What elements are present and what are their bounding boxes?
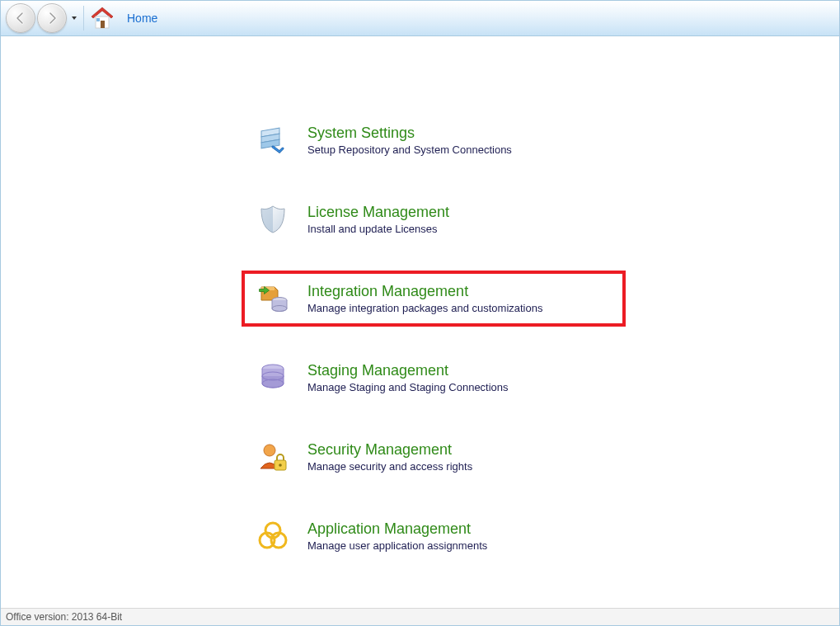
status-office-version: Office version: 2013 64-Bit [6, 611, 122, 623]
server-settings-icon [256, 124, 289, 157]
menu-item-text: License Management Install and update Li… [307, 204, 449, 236]
forward-button[interactable] [37, 3, 67, 33]
svg-point-15 [264, 445, 275, 456]
menu-item-text: Security Management Manage security and … [307, 441, 472, 473]
arrow-left-icon [14, 12, 27, 25]
app-window: Home System Se [0, 0, 840, 626]
menu-item-title: Staging Management [307, 362, 509, 380]
menu-item-desc: Manage Staging and Staging Connections [307, 381, 509, 393]
menu-item-application-management[interactable]: Application Management Manage user appli… [248, 515, 619, 558]
menu-item-text: Integration Management Manage integratio… [307, 283, 542, 315]
menu-item-text: Staging Management Manage Staging and St… [307, 362, 509, 394]
svg-rect-3 [96, 18, 100, 21]
rings-icon [256, 520, 289, 553]
shield-icon [256, 203, 289, 236]
menu-item-desc: Install and update Licenses [307, 223, 449, 235]
menu-item-integration-management[interactable]: Integration Management Manage integratio… [248, 277, 619, 320]
arrow-right-icon [45, 12, 59, 25]
menu-item-license-management[interactable]: License Management Install and update Li… [248, 198, 619, 241]
user-lock-icon [256, 440, 289, 473]
svg-rect-2 [101, 21, 105, 28]
home-button[interactable] [87, 3, 117, 33]
menu-item-title: License Management [307, 204, 449, 222]
database-icon [256, 361, 289, 394]
menu-item-security-management[interactable]: Security Management Manage security and … [248, 435, 619, 478]
navigation-toolbar: Home [1, 1, 839, 36]
menu-item-desc: Manage security and access rights [307, 460, 472, 473]
toolbar-divider [83, 6, 84, 31]
menu-item-text: Application Management Manage user appli… [307, 520, 487, 553]
menu-item-desc: Manage user application assignments [307, 539, 487, 552]
status-bar: Office version: 2013 64-Bit [1, 608, 839, 625]
back-button[interactable] [6, 3, 35, 33]
menu-item-staging-management[interactable]: Staging Management Manage Staging and St… [248, 356, 619, 399]
home-menu-list: System Settings Setup Repository and Sys… [248, 119, 619, 558]
nav-history-dropdown[interactable] [70, 4, 78, 32]
home-icon [89, 5, 115, 31]
menu-item-system-settings[interactable]: System Settings Setup Repository and Sys… [248, 119, 619, 162]
breadcrumb-home[interactable]: Home [127, 12, 157, 25]
menu-item-title: System Settings [307, 125, 512, 143]
menu-item-title: Integration Management [307, 283, 542, 301]
menu-item-text: System Settings Setup Repository and Sys… [307, 125, 512, 157]
svg-point-17 [279, 464, 282, 467]
menu-item-desc: Setup Repository and System Connections [307, 144, 512, 156]
menu-item-desc: Manage integration packages and customiz… [307, 302, 542, 314]
package-database-icon [256, 282, 289, 315]
menu-item-title: Application Management [307, 520, 487, 539]
content-area: System Settings Setup Repository and Sys… [1, 36, 839, 609]
menu-item-title: Security Management [307, 441, 472, 459]
